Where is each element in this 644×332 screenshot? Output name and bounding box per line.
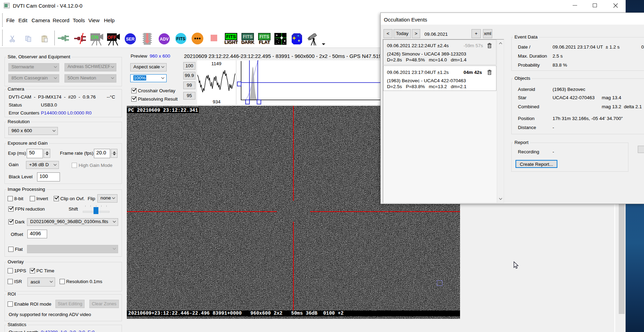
svg-text:ADV: ADV bbox=[160, 37, 168, 42]
svg-text:OFF: OFF bbox=[107, 35, 116, 40]
svg-text:SER: SER bbox=[126, 37, 135, 42]
svg-text:FITS: FITS bbox=[176, 36, 185, 41]
svg-text:ON: ON bbox=[91, 34, 98, 40]
